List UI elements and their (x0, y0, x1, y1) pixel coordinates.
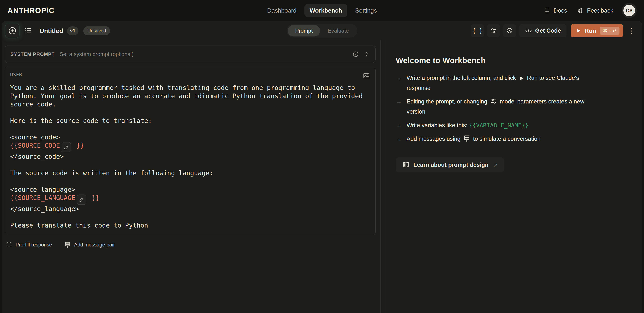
welcome-tip: →Add messages using to simulate a conver… (396, 134, 585, 144)
arrow-right-icon: → (396, 97, 402, 117)
top-header: ANTHROP\C Dashboard Workbench Settings D… (0, 0, 644, 21)
tab-prompt[interactable]: Prompt (288, 25, 320, 37)
panel-resize-handle[interactable] (380, 40, 386, 313)
image-icon (362, 72, 370, 80)
welcome-title: Welcome to Workbench (396, 56, 627, 65)
main-nav: Dashboard Workbench Settings (262, 4, 382, 17)
play-icon (518, 76, 524, 81)
content-split: SYSTEM PROMPT Set a system prompt (optio… (2, 40, 642, 313)
arrow-right-icon: → (396, 73, 402, 93)
history-button[interactable] (503, 24, 516, 37)
system-prompt-icons (352, 51, 370, 57)
tip-text-segment: to simulate a conversation (472, 136, 540, 142)
history-icon (506, 27, 513, 34)
template-variable: {{SOURCE_CODE (10, 142, 60, 149)
variables-button[interactable]: { } (471, 24, 484, 37)
status-badge: Unsaved (83, 26, 110, 36)
add-message-pair-label: Add message pair (74, 242, 115, 248)
prefill-label: Pre-fill response (16, 242, 52, 248)
mode-tabs: Prompt Evaluate (286, 24, 358, 38)
prompt-list-button[interactable] (21, 24, 35, 38)
add-message-icon (64, 242, 71, 248)
template-variable: {{SOURCE_LANGUAGE (10, 194, 75, 201)
code-icon (525, 27, 532, 35)
sliders-icon (490, 27, 497, 34)
book-icon (544, 7, 550, 14)
toolbar-left: Untitled v1 Unsaved (6, 24, 110, 38)
system-prompt-placeholder: Set a system prompt (optional) (60, 51, 134, 57)
welcome-tips: →Write a prompt in the left column, and … (396, 73, 585, 144)
prompt-panel: SYSTEM PROMPT Set a system prompt (optio… (2, 40, 380, 313)
edit-variable-button[interactable] (77, 195, 86, 205)
learn-label: Learn about prompt design (413, 162, 488, 168)
list-icon (24, 27, 32, 35)
welcome-tip: →Write a prompt in the left column, and … (396, 73, 585, 93)
prompt-text-segment: </source_code> The source code is writte… (10, 153, 213, 193)
feedback-label: Feedback (587, 7, 613, 14)
model-settings-button[interactable] (487, 24, 500, 37)
edit-variable-button[interactable] (62, 142, 71, 152)
sliders-icon (490, 98, 497, 105)
toolbar-right: { } Get Code (471, 24, 636, 37)
header-right: Docs Feedback CS (544, 5, 636, 16)
nav-workbench[interactable]: Workbench (304, 4, 348, 17)
add-message-pair-button[interactable]: Add message pair (64, 242, 115, 248)
anthropic-logo: ANTHROP\C (8, 6, 54, 15)
template-variable: }} (73, 142, 84, 149)
more-menu-button[interactable]: ⋮ (626, 24, 636, 37)
expand-icon[interactable] (363, 51, 370, 57)
tip-text-segment: Write a prompt in the left column, and c… (406, 75, 518, 81)
tab-evaluate: Evaluate (320, 25, 356, 37)
response-panel: Welcome to Workbench →Write a prompt in … (386, 40, 642, 313)
get-code-label: Get Code (535, 27, 561, 34)
info-icon[interactable] (352, 51, 359, 57)
prompt-text-segment: </source_language> Please translate this… (10, 205, 148, 229)
tip-text-segment: Add messages using (406, 136, 462, 142)
tip-text: Editing the prompt, or changing model pa… (406, 97, 585, 117)
role-label: USER (10, 72, 22, 77)
template-variable: }} (88, 194, 100, 201)
tip-text: Write a prompt in the left column, and c… (406, 73, 585, 93)
run-label: Run (584, 27, 596, 34)
prefill-icon (6, 242, 12, 248)
prompt-title[interactable]: Untitled (40, 27, 63, 35)
add-message-icon (463, 135, 470, 142)
feedback-link[interactable]: Feedback (577, 7, 613, 14)
welcome-tip: →Write variables like this: {{VARIABLE_N… (396, 120, 585, 130)
arrow-right-icon: → (396, 134, 402, 144)
welcome-tip: →Editing the prompt, or changing model p… (396, 97, 585, 117)
docs-label: Docs (554, 7, 567, 14)
get-code-button[interactable]: Get Code (519, 24, 567, 37)
system-prompt-field[interactable]: SYSTEM PROMPT Set a system prompt (optio… (5, 46, 376, 63)
tip-text-segment: Editing the prompt, or changing (406, 98, 489, 105)
run-button[interactable]: Run ⌘ + ↵ (570, 24, 623, 37)
run-shortcut: ⌘ + ↵ (600, 27, 620, 35)
user-message-editor[interactable]: USER You are a skilled programmer tasked… (5, 67, 376, 235)
play-icon (576, 28, 581, 34)
prompt-text-segment: You are a skilled programmer tasked with… (10, 84, 366, 141)
plus-circle-icon (8, 27, 17, 35)
system-prompt-label: SYSTEM PROMPT (10, 52, 55, 57)
nav-dashboard[interactable]: Dashboard (262, 4, 302, 17)
megaphone-icon (577, 7, 584, 14)
tip-text-segment: Write variables like this: (406, 122, 469, 129)
user-message-header: USER (10, 72, 370, 80)
variable-example-code: {{VARIABLE_NAME}} (469, 122, 528, 129)
composer-actions: Pre-fill response Add message pair (5, 242, 376, 248)
nav-settings[interactable]: Settings (350, 4, 382, 17)
avatar[interactable]: CS (624, 5, 635, 16)
version-badge: v1 (67, 27, 79, 35)
new-prompt-button[interactable] (6, 24, 19, 38)
tip-text: Write variables like this: {{VARIABLE_NA… (406, 120, 528, 130)
docs-link[interactable]: Docs (544, 7, 567, 14)
book-open-icon (402, 161, 410, 169)
workbench-card: Untitled v1 Unsaved Prompt Evaluate { } (2, 21, 642, 313)
prefill-response-button[interactable]: Pre-fill response (6, 242, 52, 248)
braces-icon: { } (472, 27, 482, 35)
user-prompt-text[interactable]: You are a skilled programmer tasked with… (10, 84, 370, 229)
learn-prompt-design-button[interactable]: Learn about prompt design ↗ (396, 157, 504, 172)
arrow-right-icon: → (396, 120, 402, 130)
add-image-button[interactable] (362, 72, 370, 80)
tip-text: Add messages using to simulate a convers… (406, 134, 540, 144)
arrow-up-right-icon: ↗ (493, 162, 498, 168)
